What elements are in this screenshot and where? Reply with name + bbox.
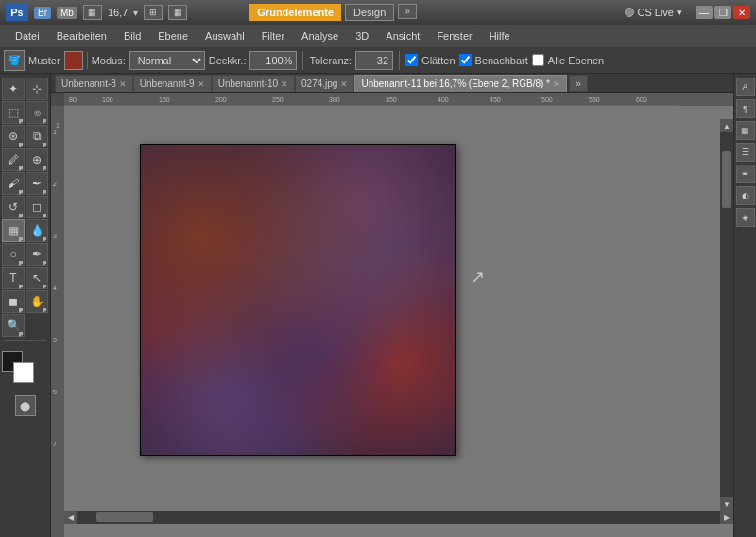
layers-panel-icon[interactable]: ▦ bbox=[736, 121, 755, 140]
lasso-tool[interactable]: ⌾▸ bbox=[26, 101, 48, 124]
toleranz-input[interactable] bbox=[355, 51, 393, 70]
menu-filter[interactable]: Filter bbox=[254, 28, 292, 43]
path-selection-tool[interactable]: ↖▸ bbox=[26, 267, 48, 289]
design-btn[interactable]: Design bbox=[345, 4, 394, 21]
svg-text:7: 7 bbox=[53, 441, 57, 447]
modus-dropdown[interactable]: Normal bbox=[129, 51, 205, 70]
left-toolbar: ✦ ⊹ ⬚▸ ⌾▸ ⊛▸ ⧉▸ 🖉▸ ⊕▸ 🖌▸ ✒▸ ↺▸ ◻▸ ▦▸ 💧▸ … bbox=[0, 74, 51, 537]
alle-ebenen-checkbox-label[interactable]: Alle Ebenen bbox=[532, 54, 604, 66]
vertical-scrollbar[interactable]: ▲ ▼ bbox=[720, 119, 733, 511]
bridge-badge[interactable]: Br bbox=[34, 7, 51, 19]
maximize-btn[interactable]: ❐ bbox=[714, 6, 731, 19]
shape-tool[interactable]: ◼▸ bbox=[2, 290, 25, 313]
tab-close-11[interactable]: ✕ bbox=[553, 79, 560, 89]
layout-btn[interactable]: ▦ bbox=[168, 5, 187, 20]
color-swatch-preview[interactable] bbox=[64, 51, 83, 70]
scroll-thumb-v[interactable] bbox=[722, 151, 731, 208]
workspace-more-btn[interactable]: » bbox=[398, 4, 417, 19]
scroll-thumb-h[interactable] bbox=[96, 512, 153, 522]
tab-0274[interactable]: 0274.jpg ✕ bbox=[295, 75, 354, 92]
view-mode-btn[interactable]: ▦ bbox=[83, 5, 102, 20]
tab-unbenannt-10[interactable]: Unbenannt-10 ✕ bbox=[212, 75, 295, 92]
tab-unbenannt-8[interactable]: Unbenannt-8 ✕ bbox=[55, 75, 133, 92]
brush-tool[interactable]: 🖌▸ bbox=[2, 172, 25, 195]
deckkraft-input[interactable] bbox=[249, 51, 297, 70]
canvas-content[interactable]: ↗ ▲ ▼ ◀ ▶ bbox=[64, 106, 733, 524]
adjustments-panel-icon[interactable]: ◐ bbox=[736, 186, 755, 205]
zoom-arrow[interactable]: ▾ bbox=[133, 8, 138, 18]
menu-fenster[interactable]: Fenster bbox=[429, 28, 479, 43]
paragraph-panel-icon[interactable]: ¶ bbox=[736, 99, 755, 118]
minimize-btn[interactable]: — bbox=[696, 6, 713, 19]
tab-close-10[interactable]: ✕ bbox=[281, 79, 288, 89]
eraser-tool[interactable]: ◻▸ bbox=[26, 196, 48, 218]
glaetten-checkbox-label[interactable]: Glätten bbox=[405, 54, 455, 66]
scroll-right-btn[interactable]: ▶ bbox=[720, 511, 733, 524]
pen-tool[interactable]: ✒▸ bbox=[26, 243, 48, 266]
clone-stamp-tool[interactable]: ✒▸ bbox=[26, 172, 48, 195]
benachbart-checkbox[interactable] bbox=[459, 54, 472, 66]
history-brush-tool[interactable]: ↺▸ bbox=[2, 196, 25, 218]
path-panel-icon[interactable]: ✒ bbox=[736, 165, 755, 183]
arrange-btn[interactable]: ⊞ bbox=[144, 5, 163, 20]
zoom-display: 16,7 bbox=[108, 7, 128, 18]
background-color[interactable] bbox=[13, 362, 34, 383]
gradient-tool[interactable]: ▦▸ bbox=[2, 219, 25, 242]
menu-auswahl[interactable]: Auswahl bbox=[198, 28, 252, 43]
crop-tool[interactable]: ⧉▸ bbox=[26, 125, 48, 147]
document-canvas[interactable] bbox=[140, 144, 456, 456]
scroll-track-v[interactable] bbox=[720, 132, 733, 497]
window-controls: — ❐ ✕ bbox=[696, 6, 750, 19]
benachbart-checkbox-label[interactable]: Benachbart bbox=[459, 54, 528, 66]
text-panel-icon[interactable]: A bbox=[736, 78, 755, 96]
zoom-tool[interactable]: 🔍▸ bbox=[2, 314, 25, 337]
main-area: ✦ ⊹ ⬚▸ ⌾▸ ⊛▸ ⧉▸ 🖉▸ ⊕▸ 🖌▸ ✒▸ ↺▸ ◻▸ ▦▸ 💧▸ … bbox=[0, 74, 756, 537]
horizontal-scrollbar[interactable]: ◀ ▶ bbox=[64, 511, 733, 524]
styles-panel-icon[interactable]: ◈ bbox=[736, 208, 755, 227]
standard-mode-btn[interactable]: ⬤ bbox=[15, 395, 36, 416]
quick-selection-tool[interactable]: ⊛▸ bbox=[2, 125, 25, 147]
scroll-down-btn[interactable]: ▼ bbox=[720, 497, 733, 511]
glaetten-checkbox[interactable] bbox=[405, 54, 418, 66]
menu-bild[interactable]: Bild bbox=[116, 28, 148, 43]
svg-text:250: 250 bbox=[272, 96, 284, 103]
scroll-up-btn[interactable]: ▲ bbox=[720, 119, 733, 132]
tab-close-0274[interactable]: ✕ bbox=[340, 79, 348, 89]
svg-text:6: 6 bbox=[53, 389, 57, 395]
menu-ebene[interactable]: Ebene bbox=[150, 28, 196, 43]
menu-hilfe[interactable]: Hilfe bbox=[482, 28, 518, 43]
ruler-vertical: 1 1 2 3 4 5 6 7 bbox=[51, 106, 64, 537]
tabs-bar: Unbenannt-8 ✕ Unbenannt-9 ✕ Unbenannt-10… bbox=[51, 74, 733, 93]
alle-ebenen-checkbox[interactable] bbox=[532, 54, 544, 66]
tab-close-8[interactable]: ✕ bbox=[119, 79, 127, 89]
menu-datei[interactable]: Datei bbox=[8, 28, 47, 43]
tab-unbenannt-11[interactable]: Unbenannt-11 bei 16,7% (Ebene 2, RGB/8) … bbox=[354, 75, 567, 92]
artboard-tool[interactable]: ⊹ bbox=[26, 78, 48, 100]
menu-ansicht[interactable]: Ansicht bbox=[378, 28, 427, 43]
hand-tool[interactable]: ✋▸ bbox=[26, 290, 48, 313]
tab-unbenannt-9[interactable]: Unbenannt-9 ✕ bbox=[133, 75, 212, 92]
menu-3d[interactable]: 3D bbox=[348, 28, 376, 43]
mini-bridge-badge[interactable]: Mb bbox=[57, 7, 77, 19]
svg-text:350: 350 bbox=[386, 96, 397, 103]
eyedropper-tool[interactable]: 🖉▸ bbox=[2, 148, 25, 171]
scroll-left-btn[interactable]: ◀ bbox=[64, 511, 77, 524]
menu-analyse[interactable]: Analyse bbox=[294, 28, 346, 43]
cs-live-area[interactable]: CS Live ▾ bbox=[625, 7, 682, 19]
right-panel: A ¶ ▦ ☰ ✒ ◐ ◈ bbox=[733, 74, 756, 537]
heal-tool[interactable]: ⊕▸ bbox=[26, 148, 48, 171]
move-tool[interactable]: ✦ bbox=[2, 78, 25, 100]
channels-panel-icon[interactable]: ☰ bbox=[736, 143, 755, 162]
type-tool[interactable]: T▸ bbox=[2, 267, 25, 289]
rectangular-marquee-tool[interactable]: ⬚▸ bbox=[2, 101, 25, 124]
muster-label: Muster bbox=[28, 55, 60, 66]
dodge-tool[interactable]: ○▸ bbox=[2, 243, 25, 266]
blur-tool[interactable]: 💧▸ bbox=[26, 219, 48, 242]
tab-overflow-btn[interactable]: » bbox=[569, 75, 588, 92]
tab-close-9[interactable]: ✕ bbox=[198, 79, 205, 89]
scroll-track-h[interactable] bbox=[77, 511, 720, 524]
grundelemente-btn[interactable]: Grundelemente bbox=[249, 4, 341, 21]
close-btn[interactable]: ✕ bbox=[733, 6, 750, 19]
modus-label: Modus: bbox=[92, 55, 126, 66]
menu-bearbeiten[interactable]: Bearbeiten bbox=[49, 28, 114, 43]
